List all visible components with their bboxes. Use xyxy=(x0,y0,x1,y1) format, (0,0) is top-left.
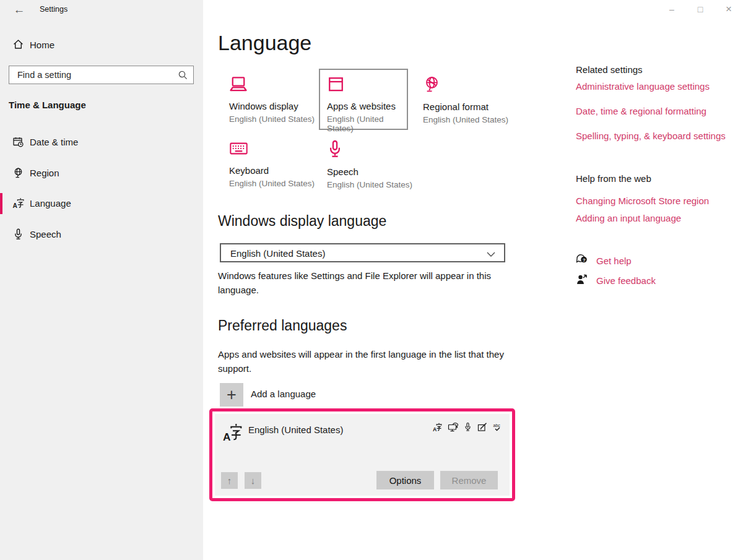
sidebar: ← Settings Home Time & Language Date & t… xyxy=(0,0,203,560)
search-input[interactable] xyxy=(9,66,193,84)
tile-label: Keyboard xyxy=(229,165,322,176)
handwriting-icon xyxy=(477,423,487,432)
tile-value: English (United States) xyxy=(327,180,420,189)
link-spelling-typing-keyboard[interactable]: Spelling, typing, & keyboard settings xyxy=(576,131,726,141)
selected-indicator xyxy=(0,193,2,214)
tile-value: English (United States) xyxy=(229,179,322,188)
link-changing-store-region[interactable]: Changing Microsoft Store region xyxy=(576,196,709,206)
tile-value: English (United States) xyxy=(327,114,407,133)
tile-value: English (United States) xyxy=(423,115,516,124)
link-administrative-language-settings[interactable]: Administrative language settings xyxy=(576,81,710,92)
tile-speech[interactable]: Speech English (United States) xyxy=(327,140,420,189)
maximize-icon: □ xyxy=(698,4,703,14)
home-icon xyxy=(12,38,24,50)
display-language-icon: A xyxy=(433,423,442,432)
microphone-icon xyxy=(327,140,420,158)
sidebar-item-label: Region xyxy=(30,168,59,178)
language-list-item[interactable]: A English (United States) A xyxy=(215,414,510,496)
tile-label: Windows display xyxy=(229,101,322,111)
give-feedback-link[interactable]: Give feedback xyxy=(596,275,656,286)
annotation-highlight-box: A English (United States) A xyxy=(209,408,515,501)
date-time-icon xyxy=(12,136,24,148)
get-help-link[interactable]: Get help xyxy=(596,256,632,266)
arrow-down-icon: ↓ xyxy=(251,475,256,486)
plus-icon: + xyxy=(227,386,237,404)
minimize-button[interactable]: – xyxy=(658,0,686,19)
move-down-button[interactable]: ↓ xyxy=(245,472,261,489)
maximize-button[interactable]: □ xyxy=(686,0,715,19)
remove-button[interactable]: Remove xyxy=(440,471,498,489)
page-title: Language xyxy=(218,31,311,55)
sidebar-item-date-time[interactable]: Date & time xyxy=(0,129,203,156)
related-settings-heading: Related settings xyxy=(576,64,643,75)
preferred-languages-description: Apps and websites will appear in the fir… xyxy=(218,348,504,376)
sidebar-item-home[interactable]: Home xyxy=(0,36,203,56)
tile-regional-format[interactable]: Regional format English (United States) xyxy=(423,75,516,124)
back-icon[interactable]: ← xyxy=(10,1,28,19)
options-button[interactable]: Options xyxy=(376,471,434,489)
minimize-icon: – xyxy=(669,4,674,14)
sidebar-item-region[interactable]: Region xyxy=(0,160,203,187)
app-title: Settings xyxy=(40,5,67,14)
sidebar-item-label: Date & time xyxy=(30,137,78,147)
svg-text:?: ? xyxy=(583,257,586,263)
sidebar-section-title: Time & Language xyxy=(9,100,86,110)
chevron-down-icon xyxy=(487,252,495,257)
get-help-icon: ? xyxy=(576,254,589,265)
globe-stand-icon xyxy=(423,75,516,93)
help-from-web-heading: Help from the web xyxy=(576,173,651,184)
add-language-button[interactable]: + xyxy=(220,383,243,407)
sidebar-item-label: Home xyxy=(30,40,54,50)
sidebar-item-label: Language xyxy=(30,198,71,209)
tile-value: English (United States) xyxy=(229,114,322,124)
preferred-languages-heading: Preferred languages xyxy=(218,317,347,334)
tile-apps-websites[interactable]: Apps & websites English (United States) xyxy=(319,69,408,130)
add-language-label: Add a language xyxy=(251,389,316,399)
give-feedback-icon xyxy=(576,274,588,285)
move-up-button[interactable]: ↑ xyxy=(221,472,238,489)
link-date-time-regional-formatting[interactable]: Date, time & regional formatting xyxy=(576,106,706,116)
svg-text:A: A xyxy=(433,426,437,431)
close-icon: × xyxy=(726,3,732,15)
sidebar-item-label: Speech xyxy=(30,229,61,239)
arrow-up-icon: ↑ xyxy=(227,475,232,486)
dropdown-value: English (United States) xyxy=(230,248,325,259)
svg-text:abc: abc xyxy=(493,423,501,427)
speech-recognition-icon xyxy=(464,422,472,432)
tile-keyboard[interactable]: Keyboard English (United States) xyxy=(229,140,322,188)
sidebar-item-language[interactable]: A Language xyxy=(0,190,203,217)
svg-text:A: A xyxy=(13,202,18,209)
search-box xyxy=(9,66,194,84)
browser-window-icon xyxy=(327,75,407,93)
display-language-heading: Windows display language xyxy=(218,213,386,230)
tile-label: Speech xyxy=(327,166,420,177)
keyboard-icon xyxy=(229,140,322,157)
close-button[interactable]: × xyxy=(715,0,743,19)
microphone-icon xyxy=(12,228,24,240)
language-capability-icons: A xyxy=(433,422,502,432)
search-icon[interactable] xyxy=(178,70,188,80)
language-icon: A xyxy=(12,197,25,209)
link-adding-input-language[interactable]: Adding an input language xyxy=(576,213,681,223)
language-name: English (United States) xyxy=(248,424,343,435)
tile-label: Apps & websites xyxy=(327,101,407,111)
sidebar-item-speech[interactable]: Speech xyxy=(0,221,203,248)
svg-text:A: A xyxy=(223,431,231,443)
display-language-dropdown[interactable]: English (United States) xyxy=(220,243,505,262)
text-to-speech-icon xyxy=(448,422,458,432)
globe-icon xyxy=(12,167,24,179)
spellcheck-icon: abc xyxy=(493,423,502,432)
laptop-icon xyxy=(229,75,322,93)
language-icon: A xyxy=(223,422,243,443)
tile-label: Regional format xyxy=(423,101,516,112)
display-language-description: Windows features like Settings and File … xyxy=(218,269,492,297)
tile-windows-display[interactable]: Windows display English (United States) xyxy=(229,75,322,124)
